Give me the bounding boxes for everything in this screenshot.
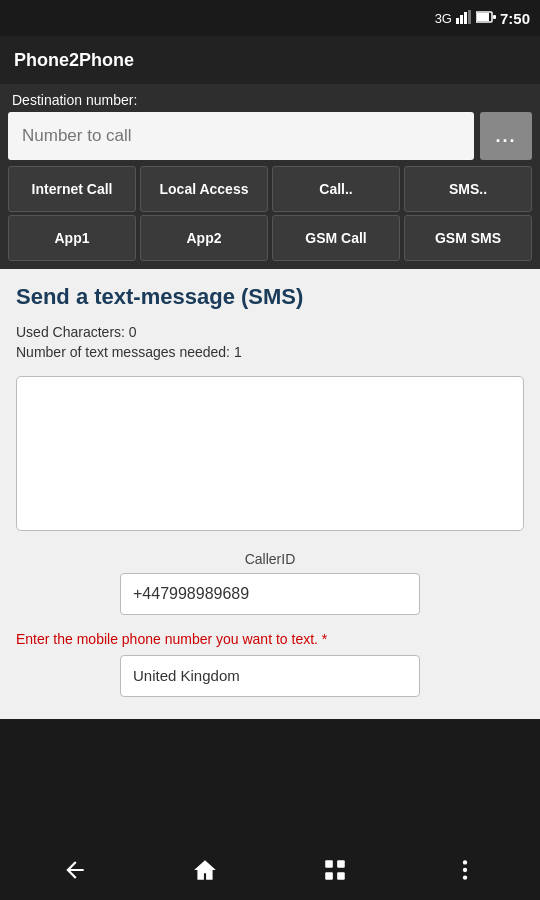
callerid-label: CallerID bbox=[16, 551, 524, 567]
svg-rect-9 bbox=[325, 872, 333, 880]
sms-section-title: Send a text-message (SMS) bbox=[16, 283, 524, 312]
messages-needed-label: Number of text messages needed: 1 bbox=[16, 344, 524, 360]
back-button[interactable] bbox=[50, 850, 100, 890]
svg-rect-5 bbox=[477, 13, 489, 21]
required-star: * bbox=[322, 631, 327, 647]
used-chars-label: Used Characters: 0 bbox=[16, 324, 524, 340]
sms-button[interactable]: SMS.. bbox=[404, 166, 532, 212]
dots-button[interactable]: ... bbox=[480, 112, 532, 160]
svg-rect-1 bbox=[460, 15, 463, 24]
country-input[interactable] bbox=[120, 655, 420, 697]
internet-call-button[interactable]: Internet Call bbox=[8, 166, 136, 212]
number-row: ... bbox=[0, 112, 540, 166]
app2-button[interactable]: App2 bbox=[140, 215, 268, 261]
svg-point-13 bbox=[463, 875, 467, 879]
app-title: Phone2Phone bbox=[14, 50, 134, 71]
sms-section: Send a text-message (SMS) Used Character… bbox=[0, 269, 540, 719]
mobile-label: Enter the mobile phone number you want t… bbox=[16, 631, 524, 647]
time-display: 7:50 bbox=[500, 10, 530, 27]
local-access-button[interactable]: Local Access bbox=[140, 166, 268, 212]
svg-rect-6 bbox=[493, 15, 496, 19]
main-content: Destination number: ... Internet Call Lo… bbox=[0, 84, 540, 269]
battery-icon bbox=[476, 11, 496, 26]
signal-bars bbox=[456, 10, 472, 27]
app1-button[interactable]: App1 bbox=[8, 215, 136, 261]
destination-label: Destination number: bbox=[0, 84, 540, 112]
callerid-input[interactable] bbox=[120, 573, 420, 615]
button-row-2: App1 App2 GSM Call GSM SMS bbox=[0, 215, 540, 269]
sms-textarea[interactable] bbox=[16, 376, 524, 531]
svg-rect-10 bbox=[337, 872, 345, 880]
svg-rect-7 bbox=[325, 860, 333, 868]
home-button[interactable] bbox=[180, 850, 230, 890]
svg-point-12 bbox=[463, 868, 467, 872]
status-icons: 3G 7:50 bbox=[435, 10, 530, 27]
recents-button[interactable] bbox=[310, 850, 360, 890]
gsm-call-button[interactable]: GSM Call bbox=[272, 215, 400, 261]
svg-rect-2 bbox=[464, 12, 467, 24]
gsm-sms-button[interactable]: GSM SMS bbox=[404, 215, 532, 261]
signal-icon: 3G bbox=[435, 11, 452, 26]
button-row-1: Internet Call Local Access Call.. SMS.. bbox=[0, 166, 540, 215]
svg-rect-3 bbox=[468, 10, 471, 24]
svg-point-11 bbox=[463, 860, 467, 864]
svg-rect-0 bbox=[456, 18, 459, 24]
app-bar: Phone2Phone bbox=[0, 36, 540, 84]
call-button[interactable]: Call.. bbox=[272, 166, 400, 212]
status-bar: 3G 7:50 bbox=[0, 0, 540, 36]
nav-bar bbox=[0, 840, 540, 900]
number-input[interactable] bbox=[8, 112, 474, 160]
svg-rect-8 bbox=[337, 860, 345, 868]
more-options-button[interactable] bbox=[440, 850, 490, 890]
